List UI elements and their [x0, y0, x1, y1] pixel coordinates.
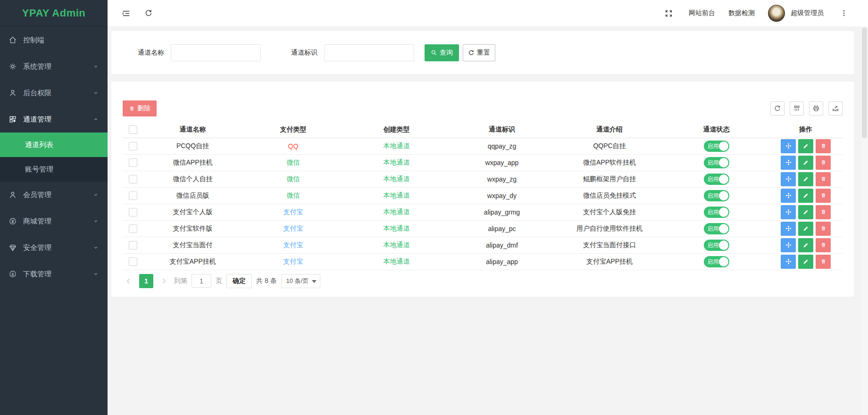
main-area: 网站前台 数据检测 超级管理员 通道名称 通道标识 — [108, 0, 868, 415]
cell-channel-desc: 支付宝个人版免挂 — [555, 204, 664, 220]
goto-confirm-button[interactable]: 确定 — [226, 274, 252, 288]
col-header-pay-type: 支付类型 — [242, 122, 344, 138]
next-page-button[interactable] — [158, 274, 170, 288]
status-toggle[interactable]: 启用 — [704, 157, 729, 168]
reset-icon — [468, 50, 475, 56]
edit-button[interactable] — [798, 139, 813, 153]
pagination: 1 到第 页 确定 共 8 条 10 条/页 — [123, 274, 843, 288]
cell-pay-type: 支付宝 — [242, 204, 344, 220]
page-size-value: 10 条/页 — [286, 277, 309, 285]
collapse-menu-icon[interactable] — [119, 6, 133, 20]
col-header-status: 通道状态 — [664, 122, 769, 138]
status-toggle[interactable]: 启用 — [704, 207, 729, 218]
row-delete-button[interactable] — [816, 255, 831, 269]
sidebar-item-security[interactable]: 安全管理 — [0, 234, 108, 261]
goto-page-input[interactable] — [192, 274, 211, 288]
channel-name-input[interactable] — [171, 44, 261, 61]
move-button[interactable] — [781, 238, 796, 252]
scrollbar[interactable] — [861, 26, 868, 415]
table-columns-button[interactable] — [790, 101, 804, 116]
edit-button[interactable] — [798, 156, 813, 170]
total-count-label: 共 8 条 — [256, 277, 277, 285]
sidebar-item-console[interactable]: 控制端 — [0, 27, 108, 53]
table-print-button[interactable] — [809, 101, 823, 116]
row-delete-button[interactable] — [816, 205, 831, 219]
sidebar-item-label: 会员管理 — [23, 191, 51, 199]
fullscreen-icon[interactable] — [661, 6, 676, 20]
sidebar-item-channel[interactable]: 通道管理 — [0, 106, 108, 133]
pencil-icon — [802, 225, 809, 232]
row-delete-button[interactable] — [816, 238, 831, 252]
page-size-select[interactable]: 10 条/页 — [281, 274, 321, 288]
move-button[interactable] — [781, 255, 796, 269]
channel-code-input[interactable] — [324, 44, 414, 61]
query-button[interactable]: 查询 — [425, 44, 459, 61]
edit-button[interactable] — [798, 222, 813, 236]
select-all-checkbox[interactable] — [129, 125, 137, 134]
data-check-link[interactable]: 数据检测 — [728, 9, 755, 17]
status-toggle[interactable]: 启用 — [704, 223, 729, 234]
move-button[interactable] — [781, 189, 796, 203]
status-toggle[interactable]: 启用 — [704, 141, 729, 152]
move-button[interactable] — [781, 139, 796, 153]
refresh-icon[interactable] — [142, 6, 156, 20]
sidebar-item-member[interactable]: 会员管理 — [0, 182, 108, 208]
topbar-right: 网站前台 数据检测 超级管理员 — [661, 5, 851, 22]
status-toggle[interactable]: 启用 — [704, 174, 729, 185]
row-checkbox[interactable] — [129, 224, 137, 233]
sidebar-item-backend-auth[interactable]: 后台权限 — [0, 80, 108, 106]
row-checkbox[interactable] — [129, 208, 137, 216]
scrollbar-thumb[interactable] — [862, 27, 867, 138]
col-header-desc: 通道介绍 — [555, 122, 664, 138]
trash-icon — [820, 242, 826, 248]
row-delete-button[interactable] — [816, 139, 831, 153]
sidebar: YPAY Admin 控制端 系统管理 后台权限 通道管理 通道列表 账号管理 — [0, 0, 108, 415]
status-toggle[interactable]: 启用 — [704, 240, 729, 251]
sidebar-item-mall[interactable]: 商城管理 — [0, 208, 108, 234]
row-actions — [781, 156, 831, 170]
cell-channel-code: alipay_dmf — [449, 237, 555, 253]
status-toggle[interactable]: 启用 — [704, 190, 729, 201]
row-checkbox[interactable] — [129, 191, 137, 200]
row-delete-button[interactable] — [816, 156, 831, 170]
chevron-down-icon — [92, 63, 99, 70]
edit-button[interactable] — [798, 189, 813, 203]
edit-button[interactable] — [798, 205, 813, 219]
goto-prefix-label: 到第 — [174, 277, 187, 285]
move-button[interactable] — [781, 205, 796, 219]
row-delete-button[interactable] — [816, 172, 831, 186]
current-page-button[interactable]: 1 — [139, 274, 153, 288]
move-button[interactable] — [781, 172, 796, 186]
sidebar-item-channel-list[interactable]: 通道列表 — [0, 133, 108, 157]
prev-page-button[interactable] — [123, 274, 135, 288]
sidebar-item-download[interactable]: 下载管理 — [0, 261, 108, 287]
row-checkbox[interactable] — [129, 241, 137, 249]
sidebar-item-account-manage[interactable]: 账号管理 — [0, 157, 108, 182]
status-toggle[interactable]: 启用 — [704, 256, 729, 267]
edit-button[interactable] — [798, 238, 813, 252]
table-refresh-button[interactable] — [770, 101, 785, 116]
row-delete-button[interactable] — [816, 222, 831, 236]
row-checkbox[interactable] — [129, 257, 137, 266]
sidebar-item-label: 控制端 — [23, 36, 44, 45]
pencil-icon — [802, 143, 809, 149]
row-checkbox[interactable] — [129, 175, 137, 183]
edit-button[interactable] — [798, 255, 813, 269]
edit-button[interactable] — [798, 172, 813, 186]
row-checkbox[interactable] — [129, 142, 137, 150]
cell-channel-code: wxpay_dy — [449, 187, 555, 204]
table-export-button[interactable] — [828, 101, 843, 116]
row-checkbox[interactable] — [129, 158, 137, 167]
delete-button[interactable]: 删除 — [123, 100, 157, 116]
sidebar-item-system[interactable]: 系统管理 — [0, 53, 108, 80]
channel-code-label: 通道标识 — [291, 49, 317, 57]
pencil-icon — [802, 258, 809, 265]
user-menu[interactable]: 超级管理员 — [768, 5, 824, 22]
status-toggle-label: 启用 — [708, 226, 719, 232]
more-vert-icon[interactable] — [837, 6, 851, 20]
row-delete-button[interactable] — [816, 189, 831, 203]
site-front-link[interactable]: 网站前台 — [689, 9, 715, 17]
move-button[interactable] — [781, 222, 796, 236]
reset-button[interactable]: 重置 — [463, 44, 495, 61]
move-button[interactable] — [781, 156, 796, 170]
